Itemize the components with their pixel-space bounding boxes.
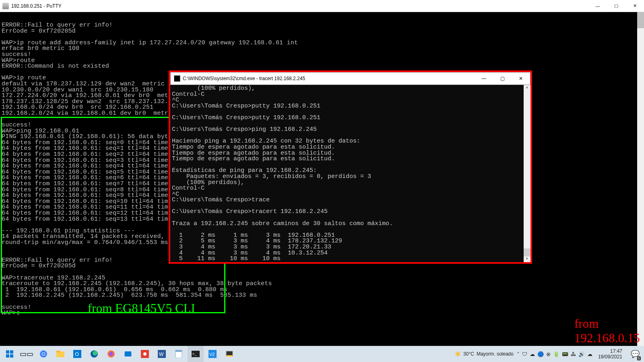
svg-point-12	[93, 351, 97, 356]
chevron-up-icon[interactable]: ˄	[517, 351, 520, 357]
scroll-up-arrow[interactable]: ▴	[524, 85, 530, 91]
minimize-button[interactable]: —	[588, 0, 607, 12]
explorer-icon[interactable]	[52, 346, 68, 362]
chrome-icon[interactable]	[35, 346, 52, 362]
tray-icon[interactable]: 📟	[562, 351, 568, 357]
firefox-icon[interactable]	[103, 346, 119, 362]
green-annotation: from EG8145V5 CLI	[88, 301, 195, 316]
notepad-icon[interactable]	[171, 346, 187, 362]
svg-rect-1	[10, 350, 13, 354]
weather-widget[interactable]: ☀️ 30°C Mayorm. soleado	[455, 351, 514, 357]
scroll-thumb[interactable]	[637, 12, 644, 28]
cmd-scroll-thumb[interactable]	[524, 248, 530, 257]
svg-rect-7	[56, 352, 64, 357]
red-annotation: from 192.168.0.15	[574, 316, 640, 345]
svg-rect-3	[10, 354, 13, 358]
cmd-minimize-button[interactable]: —	[475, 73, 493, 85]
vnc-icon[interactable]: V2	[204, 346, 221, 362]
terminal-icon[interactable]: >_	[188, 346, 204, 362]
svg-rect-15	[124, 351, 132, 357]
volume-icon[interactable]: 🔊	[578, 351, 585, 357]
cmd-scrollbar[interactable]: ▴ ▾	[524, 85, 530, 262]
start-button[interactable]	[2, 346, 18, 362]
tray-icon[interactable]: 🛡	[522, 351, 527, 357]
putty-titlebar: 192.168.0.251 - PuTTY — ▢ ✕	[0, 0, 644, 12]
svg-rect-2	[6, 354, 9, 358]
svg-text:V2: V2	[209, 352, 215, 357]
svg-text:W: W	[159, 352, 164, 357]
tray-icon[interactable]: 🔵	[537, 351, 544, 357]
weather-desc: Mayorm. soleado	[477, 351, 514, 357]
svg-point-17	[143, 352, 147, 356]
cmd-titlebar: C:\WINDOWS\system32\cmd.exe - tracert 19…	[170, 72, 530, 85]
cmd-icon	[174, 75, 180, 82]
cmd-window[interactable]: C:\WINDOWS\system32\cmd.exe - tracert 19…	[169, 70, 532, 264]
tray-icon[interactable]: 🔋	[553, 351, 559, 357]
sun-icon: ☀️	[455, 351, 461, 357]
system-tray[interactable]: ˄ 🛡 ☁ 🔵 ⊗ 🔋 📟 🖧 🔊 ☁	[517, 351, 592, 357]
app-icon-2[interactable]	[137, 346, 153, 362]
task-view-icon[interactable]: ▭▭	[19, 346, 35, 362]
putty-title: 192.168.0.251 - PuTTY	[11, 3, 62, 9]
cmd-output: (100% perdidos), Control-C ^C C:\Users\T…	[170, 85, 530, 263]
svg-point-14	[109, 352, 113, 356]
outlook-icon[interactable]: O	[69, 346, 85, 362]
cmd-body[interactable]: (100% perdidos), Control-C ^C C:\Users\T…	[170, 85, 530, 262]
tray-icon[interactable]: ⊗	[546, 351, 551, 357]
taskbar[interactable]: ▭▭ O W >_ V2 ☀️ 30°C Mayorm. soleado ˄ 🛡…	[0, 346, 644, 362]
maximize-button[interactable]: ▢	[607, 0, 625, 12]
tray-icon[interactable]: ☁	[530, 351, 535, 357]
cmd-maximize-button[interactable]: ▢	[493, 73, 512, 85]
clock[interactable]: 17:47 19/09/2021	[596, 348, 625, 360]
putty-icon	[2, 3, 9, 9]
close-button[interactable]: ✕	[625, 0, 644, 12]
svg-text:O: O	[75, 351, 79, 357]
edge-icon[interactable]	[86, 346, 102, 362]
putty-task-icon[interactable]	[221, 346, 237, 362]
scrollbar[interactable]	[637, 12, 644, 350]
svg-point-6	[42, 353, 45, 355]
svg-rect-27	[227, 355, 232, 356]
onedrive-icon[interactable]: ☁	[587, 351, 592, 357]
svg-rect-21	[175, 350, 182, 352]
app-icon-1[interactable]	[120, 346, 136, 362]
network-icon[interactable]: 🖧	[571, 351, 576, 357]
svg-text:>_: >_	[192, 352, 197, 356]
putty-terminal[interactable]: ERROR::Fail to query err info! ErrCode =…	[0, 12, 644, 350]
word-icon[interactable]: W	[154, 346, 170, 362]
cmd-title: C:\WINDOWS\system32\cmd.exe - tracert 19…	[183, 76, 305, 81]
time: 17:47	[610, 348, 622, 354]
svg-rect-0	[6, 350, 9, 354]
notification-icon[interactable]: 💬5	[628, 346, 642, 362]
cmd-close-button[interactable]: ✕	[512, 73, 530, 85]
svg-rect-8	[56, 351, 60, 352]
weather-temp: 30°C	[463, 351, 474, 357]
date: 19/09/2021	[598, 354, 622, 360]
scroll-down-arrow[interactable]: ▾	[524, 257, 530, 262]
